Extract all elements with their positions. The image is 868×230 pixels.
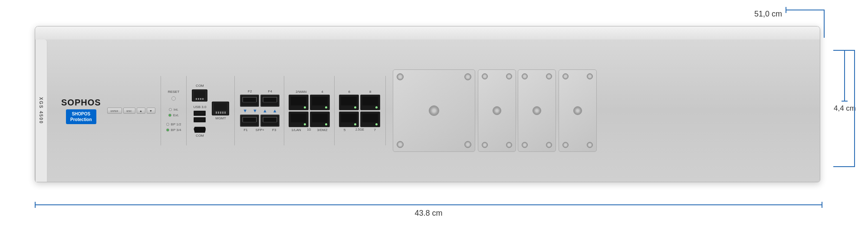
sfp-f2-port bbox=[240, 95, 259, 107]
port-6-8-group: 6 8 bbox=[339, 90, 380, 132]
usb-port-2 bbox=[194, 117, 206, 122]
lan1-label-bottom: 1/LAN bbox=[291, 128, 301, 132]
bay3-screw-tl bbox=[562, 73, 569, 79]
mgmt-section: MGMT bbox=[212, 102, 229, 120]
sfp-top-row bbox=[240, 95, 279, 107]
bp12-led bbox=[166, 123, 169, 126]
bay2a-screw-tl bbox=[482, 73, 488, 79]
com-usb-section: COM USB 3.0 COM bbox=[192, 84, 207, 138]
logo-section: SOPHOS SHOPOS Protection bbox=[61, 98, 101, 124]
com-label-top: COM bbox=[196, 84, 204, 88]
sfp-f4-port bbox=[260, 95, 279, 107]
bay2a-screw-br bbox=[506, 142, 512, 148]
dmz3-label-bottom: 3/DMZ bbox=[317, 128, 328, 132]
sfp-bottom-row bbox=[240, 115, 279, 127]
wan-eth-grid bbox=[289, 95, 330, 127]
port-6-8-grid bbox=[339, 95, 380, 127]
f1-label-bottom: F1 bbox=[243, 128, 247, 132]
sfp-section: F2 F4 ▼ ▼ ▲ ▲ bbox=[240, 89, 279, 132]
bay1-screw-bl bbox=[397, 141, 404, 148]
port8-label-top: 8 bbox=[369, 90, 371, 94]
model-vertical-label: XGS 4500 bbox=[35, 39, 47, 182]
bp34-led bbox=[166, 128, 169, 131]
bay2a-screw-bl bbox=[482, 142, 488, 148]
reset-label: RESET bbox=[168, 90, 180, 94]
bay2b-center-knob bbox=[533, 106, 541, 115]
esc-button[interactable]: ESC bbox=[123, 108, 135, 114]
eth-lan1 bbox=[289, 112, 309, 127]
bay3-screw-bl bbox=[562, 142, 569, 148]
reset-button[interactable] bbox=[171, 96, 176, 101]
arrow-f2: ▼ bbox=[243, 108, 247, 113]
mgmt-port bbox=[212, 102, 229, 115]
up-button[interactable]: ▲ bbox=[137, 108, 145, 114]
f3-label-bottom: F3 bbox=[272, 128, 276, 132]
height-dimension: 4,4 cm bbox=[834, 50, 856, 167]
model-label: XGS 4500 bbox=[39, 97, 44, 124]
bay2b-screw-br bbox=[546, 142, 552, 148]
wan2-label-top: 2/WAN bbox=[296, 90, 306, 94]
bp12-led-row: BP 1/2 bbox=[166, 122, 181, 126]
eth-dmz3 bbox=[310, 112, 330, 127]
com-label-bottom: COM bbox=[196, 134, 204, 138]
bay2b-screw-bl bbox=[522, 142, 528, 148]
port6-label-top: 6 bbox=[348, 90, 350, 94]
bay2a-screw-tr bbox=[506, 73, 512, 79]
right-bracket-line bbox=[854, 50, 855, 167]
drive-bay-1 bbox=[393, 69, 475, 152]
eth-port5 bbox=[339, 112, 359, 127]
bay1-screw-tl bbox=[397, 73, 404, 80]
bay1-screw-br bbox=[464, 141, 471, 148]
speed-10g: 1G bbox=[307, 128, 311, 132]
ext-led-row: Ext. bbox=[168, 113, 179, 117]
drive-bay-2-container bbox=[478, 69, 556, 152]
com-port bbox=[192, 89, 207, 102]
right-bracket-bottom bbox=[833, 166, 855, 167]
speed-25g: 2.5GE bbox=[355, 128, 364, 132]
right-bracket-top bbox=[833, 50, 855, 51]
width-dimension: 43.8 cm bbox=[35, 204, 822, 218]
port5-label-bottom: 5 bbox=[344, 128, 345, 132]
int-led-row: Int. bbox=[169, 108, 178, 112]
bay3-screw-br bbox=[587, 142, 593, 148]
product-badge: SHOPOS Protection bbox=[66, 109, 96, 124]
usb-ports bbox=[194, 111, 206, 122]
hdmi-port bbox=[194, 127, 206, 133]
int-led bbox=[169, 108, 172, 111]
bay1-center-knob bbox=[429, 105, 439, 116]
status-section: RESET Int. Ext. BP 1/2 bbox=[166, 90, 181, 132]
eth-port8 bbox=[360, 95, 380, 110]
device-body: XGS 4500 SOPHOS SHOPOS Protection ENTER … bbox=[35, 26, 820, 182]
port7-label-bottom: 7 bbox=[374, 128, 376, 132]
height-label: 4,4 cm bbox=[834, 102, 856, 115]
down-button[interactable]: ▼ bbox=[147, 108, 155, 114]
arrow-f3: ▲ bbox=[273, 108, 277, 113]
width-label: 43.8 cm bbox=[414, 209, 442, 218]
bay3-screw-tr bbox=[587, 73, 593, 79]
f4-label-top: F4 bbox=[268, 89, 272, 93]
port4-label-top: 4 bbox=[321, 90, 323, 94]
control-buttons: ENTER ESC ▲ ▼ bbox=[107, 108, 155, 114]
arrow-f1: ▲ bbox=[263, 108, 267, 113]
bay2b-screw-tr bbox=[546, 73, 552, 79]
drive-bay-2a bbox=[478, 69, 516, 152]
ext-led bbox=[168, 114, 171, 117]
drive-bay-3 bbox=[559, 69, 597, 152]
eth-wan2 bbox=[289, 95, 309, 110]
bp34-led-row: BP 3/4 bbox=[166, 128, 181, 132]
front-panel: XGS 4500 SOPHOS SHOPOS Protection ENTER … bbox=[35, 39, 820, 182]
usb-label: USB 3.0 bbox=[194, 105, 207, 109]
mgmt-label: MGMT bbox=[215, 116, 226, 120]
bay2a-center-knob bbox=[493, 106, 501, 115]
drive-bays-section bbox=[393, 69, 597, 152]
bay2b-screw-tl bbox=[522, 73, 528, 79]
usb-port-1 bbox=[194, 111, 206, 116]
bay1-screw-tr bbox=[464, 73, 471, 80]
enter-button[interactable]: ENTER bbox=[107, 108, 122, 114]
arrow-f4: ▼ bbox=[253, 108, 257, 113]
depth-label: 51,0 cm bbox=[754, 10, 782, 19]
bay3-center-knob bbox=[573, 106, 582, 115]
eth-port7 bbox=[360, 112, 380, 127]
sfp-f3-port bbox=[260, 115, 279, 127]
sfp-f1-port bbox=[240, 115, 259, 127]
